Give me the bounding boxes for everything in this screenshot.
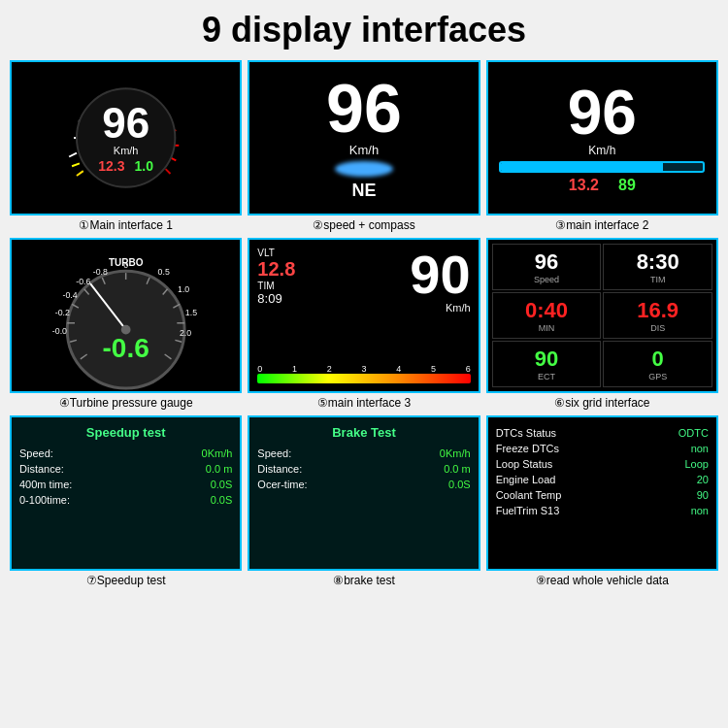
brake-val-2: 0.0 m [444, 463, 471, 475]
speed-value-5: 90 [410, 248, 470, 302]
color-bar [257, 374, 470, 383]
speedup-val-4: 0.0S [211, 494, 233, 506]
grid-cell-speed: 96 Speed [492, 244, 602, 290]
cell-9: DTCs Status ODTC Freeze DTCs non Loop St… [486, 415, 718, 587]
caption-3: ③main interface 2 [555, 218, 648, 232]
caption-2: ②speed + compass [313, 218, 414, 232]
speedup-key-3: 400m time: [19, 479, 72, 490]
turbo-label: TURBO [109, 257, 144, 268]
grid-ect-label: ECT [538, 372, 555, 381]
speedup-row-3: 400m time: 0.0S [19, 479, 232, 490]
caption-7: ⑦Speedup test [86, 574, 166, 587]
svg-line-6 [77, 171, 83, 176]
svg-text:-0.2: -0.2 [55, 308, 70, 317]
speedup-title: Speedup test [86, 425, 166, 440]
display-4: -0.0 -0.2 -0.4 -0.6 -0.8 0 0.5 1.0 1.5 2… [10, 238, 242, 393]
svg-text:0.5: 0.5 [158, 267, 170, 277]
brake-row-2: Distance: 0.0 m [257, 463, 470, 475]
brake-val-1: 0Km/h [440, 447, 471, 459]
vehicle-row-5: Coolant Temp 90 [496, 489, 709, 501]
vehicle-val-5: 90 [697, 489, 709, 501]
speedup-row-1: Speed: 0Km/h [19, 447, 232, 459]
display-5: VLT 12.8 TIM 8:09 90 Km/h 0 1 2 3 4 5 [248, 238, 480, 393]
sub-val-1b: 1.0 [135, 158, 153, 174]
svg-text:1.5: 1.5 [185, 308, 197, 317]
unit-3: Km/h [588, 144, 615, 157]
speed-bar-fill [501, 163, 662, 171]
speed-value-1: 96 [102, 102, 149, 145]
brake-key-3: Ocer-time: [257, 479, 307, 490]
d5-top-row: VLT 12.8 TIM 8:09 90 Km/h [257, 248, 470, 314]
grid-ect-val: 90 [535, 347, 558, 372]
unit-1: Km/h [114, 145, 139, 156]
page-title: 9 display interfaces [202, 10, 526, 50]
vehicle-val-1: ODTC [678, 427, 709, 439]
brake-key-1: Speed: [257, 447, 291, 459]
six-grid: 96 Speed 8:30 TIM 0:40 MIN 16.9 DIS 90 [488, 240, 716, 391]
vehicle-row-3: Loop Status Loop [496, 458, 709, 470]
grid-speed-val: 96 [535, 249, 558, 275]
compass-direction: NE [351, 181, 376, 201]
grid-cell-ect: 90 ECT [492, 341, 602, 387]
brake-row-3: Ocer-time: 0.0S [257, 479, 470, 490]
vehicle-row-1: DTCs Status ODTC [496, 427, 709, 439]
grid-cell-tim: 8:30 TIM [603, 244, 712, 290]
grid-dis-val: 16.9 [637, 298, 678, 323]
grid-gps-label: GPS [648, 372, 667, 381]
vehicle-row-4: Engine Load 20 [496, 474, 709, 485]
grid-cell-min: 0:40 MIN [492, 292, 602, 339]
caption-1: ①Main interface 1 [79, 218, 172, 232]
vehicle-key-1: DTCs Status [496, 427, 556, 439]
caption-8: ⑧brake test [333, 574, 395, 587]
grid-tim-label: TIM [650, 275, 666, 284]
caption-5: ⑤main interface 3 [317, 396, 411, 410]
cell-6: 96 Speed 8:30 TIM 0:40 MIN 16.9 DIS 90 [486, 238, 718, 410]
vehicle-val-2: non [691, 443, 709, 454]
svg-line-0 [69, 153, 77, 157]
grid-gps-val: 0 [652, 347, 664, 372]
brake-row-1: Speed: 0Km/h [257, 447, 470, 459]
svg-line-5 [72, 163, 80, 166]
svg-text:-0.4: -0.4 [63, 290, 78, 300]
vehicle-key-3: Loop Status [496, 458, 553, 470]
svg-text:2.0: 2.0 [180, 328, 191, 338]
vehicle-val-4: 20 [697, 474, 709, 485]
display-9: DTCs Status ODTC Freeze DTCs non Loop St… [486, 415, 718, 571]
grid-speed-label: Speed [534, 275, 559, 284]
speedup-key-1: Speed: [19, 447, 53, 459]
cell-5: VLT 12.8 TIM 8:09 90 Km/h 0 1 2 3 4 5 [248, 238, 480, 410]
cell-3: 96 Km/h 13.2 89 ③main interface 2 [486, 60, 718, 232]
caption-4: ④Turbine pressure gauge [59, 396, 193, 410]
brake-key-2: Distance: [257, 463, 302, 475]
speedup-val-2: 0.0 m [206, 463, 233, 475]
display-grid: ticks go here [10, 60, 718, 587]
brake-title: Brake Test [332, 425, 396, 440]
display-6: 96 Speed 8:30 TIM 0:40 MIN 16.9 DIS 90 [486, 238, 718, 393]
vehicle-key-4: Engine Load [496, 474, 556, 485]
vlt-value: 12.8 [257, 258, 295, 281]
cell-7: Speedup test Speed: 0Km/h Distance: 0.0 … [10, 415, 242, 587]
speedup-val-1: 0Km/h [202, 447, 233, 459]
speedup-row-2: Distance: 0.0 m [19, 463, 232, 475]
grid-tim-val: 8:30 [637, 249, 679, 275]
caption-6: ⑥six grid interface [554, 396, 649, 410]
vlt-label: VLT [257, 248, 295, 258]
tim-value: 8:09 [257, 291, 295, 306]
vehicle-val-3: Loop [685, 458, 709, 470]
unit-5: Km/h [446, 302, 471, 314]
vehicle-val-6: non [691, 505, 709, 516]
vehicle-row-6: FuelTrim S13 non [496, 505, 709, 516]
speed-bar [499, 161, 705, 173]
tim-label: TIM [257, 281, 295, 291]
display-2: 96 Km/h NE [248, 60, 480, 215]
display-3: 96 Km/h 13.2 89 [486, 60, 718, 215]
speedup-val-3: 0.0S [211, 479, 233, 490]
sub-val-3a: 13.2 [569, 177, 599, 194]
vlt-section: VLT 12.8 TIM 8:09 [257, 248, 295, 306]
speed-value-2: 96 [326, 75, 402, 143]
speedup-key-4: 0-100time: [19, 494, 70, 506]
cell-1: ticks go here [10, 60, 242, 232]
cell-8: Brake Test Speed: 0Km/h Distance: 0.0 m … [248, 415, 480, 587]
sub-val-1a: 12.3 [98, 158, 124, 174]
grid-dis-label: DIS [650, 323, 665, 333]
